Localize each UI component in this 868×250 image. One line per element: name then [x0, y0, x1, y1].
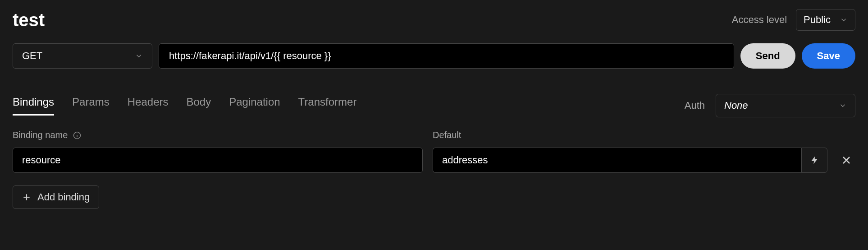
tabs: Bindings Params Headers Body Pagination … — [13, 96, 356, 116]
binding-name-column-label: Binding name — [13, 130, 423, 140]
tab-body[interactable]: Body — [186, 96, 211, 116]
url-input[interactable] — [159, 43, 734, 69]
auth-value: None — [724, 100, 748, 111]
binding-row — [13, 148, 855, 173]
bolt-button[interactable] — [801, 148, 827, 173]
chevron-down-icon — [840, 16, 848, 24]
send-button[interactable]: Send — [740, 43, 795, 69]
http-method-select[interactable]: GET — [13, 43, 152, 69]
plus-icon — [22, 193, 31, 202]
add-binding-label: Add binding — [37, 191, 90, 203]
access-level-label: Access level — [732, 14, 787, 26]
auth-select[interactable]: None — [716, 94, 855, 117]
access-level-select[interactable]: Public — [796, 9, 855, 31]
add-binding-button[interactable]: Add binding — [13, 185, 99, 209]
binding-default-input[interactable] — [433, 148, 801, 173]
tab-bindings[interactable]: Bindings — [13, 96, 54, 116]
info-icon — [73, 131, 81, 139]
tab-headers[interactable]: Headers — [128, 96, 169, 116]
tab-pagination[interactable]: Pagination — [229, 96, 280, 116]
chevron-down-icon — [839, 102, 847, 110]
binding-name-text: Binding name — [13, 130, 68, 140]
auth-label: Auth — [685, 100, 705, 111]
binding-name-input[interactable] — [13, 148, 423, 173]
close-icon — [841, 155, 852, 166]
remove-binding-button[interactable] — [837, 155, 855, 166]
access-level-group: Access level Public — [732, 9, 855, 31]
bolt-icon — [810, 155, 819, 166]
chevron-down-icon — [135, 52, 143, 60]
default-column-label: Default — [433, 130, 461, 140]
tab-params[interactable]: Params — [72, 96, 110, 116]
access-level-value: Public — [804, 14, 831, 26]
http-method-value: GET — [22, 50, 42, 62]
save-button[interactable]: Save — [802, 43, 855, 69]
auth-group: Auth None — [685, 94, 855, 117]
page-title: test — [13, 10, 45, 30]
tab-transformer[interactable]: Transformer — [298, 96, 357, 116]
